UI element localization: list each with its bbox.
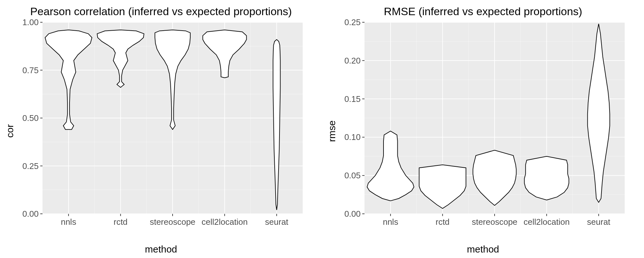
x-tick-label: stereoscope — [472, 217, 517, 227]
x-tick-label: nnls — [61, 217, 76, 227]
y-tick-label: 0.05 — [344, 171, 361, 180]
xlabel-left: method — [3, 244, 319, 255]
ylabel-left: cor — [3, 19, 17, 243]
x-tick-label: seurat — [587, 217, 611, 227]
xlabel-right: method — [325, 244, 641, 255]
chart-svg-right: 0.000.050.100.150.200.25nnlsrctdstereosc… — [339, 19, 629, 232]
y-tick-label: 0.25 — [344, 19, 361, 27]
x-tick-label: seurat — [265, 217, 289, 227]
y-tick-label: 0.75 — [22, 65, 39, 75]
x-tick-label: cell2location — [202, 217, 248, 227]
y-tick-label: 0.00 — [344, 209, 361, 219]
y-tick-label: 0.20 — [344, 56, 361, 65]
x-tick-label: stereoscope — [150, 217, 195, 227]
y-tick-label: 0.25 — [22, 161, 39, 171]
panel-pearson: Pearson correlation (inferred vs expecte… — [0, 0, 322, 258]
panel-rmse: RMSE (inferred vs expected proportions) … — [322, 0, 644, 258]
x-tick-label: cell2location — [524, 217, 570, 227]
title-left: Pearson correlation (inferred vs expecte… — [3, 5, 319, 18]
ylabel-right: rmse — [325, 19, 339, 243]
x-tick-label: rctd — [114, 217, 128, 227]
y-tick-label: 1.00 — [22, 19, 39, 27]
y-tick-label: 0.50 — [22, 113, 39, 123]
title-right: RMSE (inferred vs expected proportions) — [325, 5, 641, 18]
chart-svg-left: 0.000.250.500.751.00nnlsrctdstereoscopec… — [17, 19, 307, 232]
y-tick-label: 0.00 — [22, 209, 39, 219]
figure-row: Pearson correlation (inferred vs expecte… — [0, 0, 644, 258]
y-tick-label: 0.10 — [344, 132, 361, 142]
violin-cell2location — [525, 156, 569, 200]
y-tick-label: 0.15 — [344, 94, 361, 104]
x-tick-label: nnls — [383, 217, 398, 227]
chart-wrap-left: cor 0.000.250.500.751.00nnlsrctdstereosc… — [3, 19, 319, 243]
x-tick-label: rctd — [436, 217, 450, 227]
chart-wrap-right: rmse 0.000.050.100.150.200.25nnlsrctdste… — [325, 19, 641, 243]
